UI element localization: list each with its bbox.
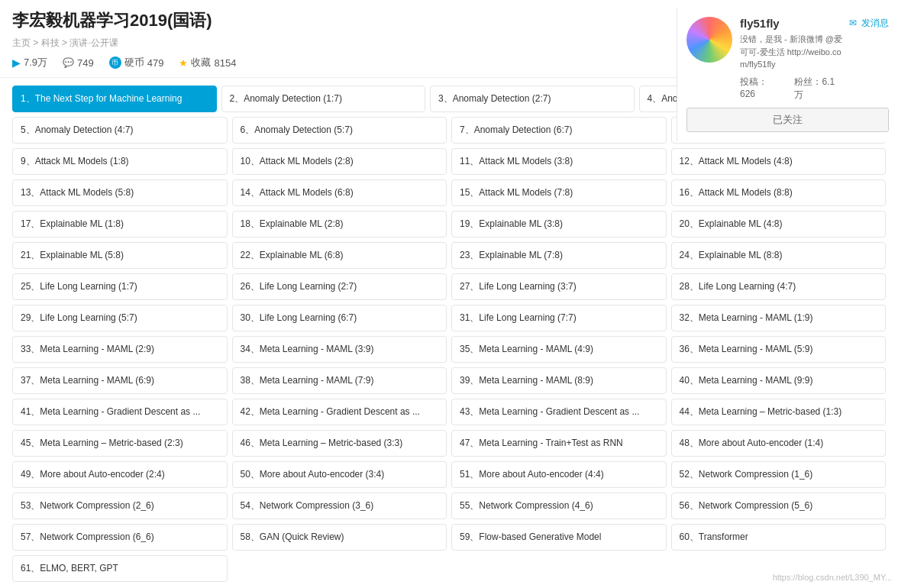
play-icon: ▶	[12, 57, 21, 69]
list-item[interactable]: 35、Meta Learning - MAML (4:9)	[451, 336, 667, 363]
list-item[interactable]: 49、More about Auto-encoder (2:4)	[12, 461, 228, 488]
coins-stat: 币 硬币 479	[109, 56, 164, 69]
list-item[interactable]: 58、GAN (Quick Review)	[232, 524, 447, 551]
list-item[interactable]: 50、More about Auto-encoder (3:4)	[232, 461, 447, 488]
list-item[interactable]: 19、Explainable ML (3:8)	[451, 211, 667, 237]
list-item[interactable]: 55、Network Compression (4_6)	[451, 493, 667, 519]
list-item[interactable]: 21、Explainable ML (5:8)	[12, 242, 228, 269]
profile-description: 没错，是我 - 新浪微博 @爱可可-爱生活 http://weibo.com/f…	[740, 33, 843, 71]
list-item[interactable]: 7、Anomaly Detection (6:7)	[451, 117, 667, 144]
list-item[interactable]: 22、Explainable ML (6:8)	[232, 242, 447, 269]
avatar	[686, 17, 732, 63]
list-item[interactable]: 23、Explainable ML (7:8)	[451, 242, 667, 269]
list-item[interactable]: 56、Network Compression (5_6)	[671, 493, 887, 519]
list-item[interactable]: 16、Attack ML Models (8:8)	[671, 179, 887, 206]
list-item[interactable]: 18、Explainable ML (2:8)	[232, 211, 447, 237]
list-item[interactable]: 36、Meta Learning - MAML (5:9)	[671, 336, 887, 363]
list-item[interactable]: 43、Meta Learning - Gradient Descent as .…	[451, 399, 667, 425]
list-item[interactable]: 42、Meta Learning - Gradient Descent as .…	[232, 399, 447, 425]
send-message-link[interactable]: 发消息	[861, 18, 889, 28]
list-item[interactable]: 32、Meta Learning - MAML (1:9)	[671, 305, 887, 331]
danmaku-icon: 💬	[63, 57, 74, 68]
list-item[interactable]: 24、Explainable ML (8:8)	[671, 242, 887, 269]
list-item[interactable]: 5、Anomaly Detection (4:7)	[12, 117, 228, 144]
list-item[interactable]: 17、Explainable ML (1:8)	[12, 211, 228, 237]
breadcrumb: 主页 > 科技 > 演讲·公开课	[12, 37, 118, 50]
list-item[interactable]: 29、Life Long Learning (5:7)	[12, 305, 228, 331]
list-item[interactable]: 59、Flow-based Generative Model	[451, 524, 667, 551]
list-item[interactable]: 57、Network Compression (6_6)	[12, 524, 228, 551]
list-item[interactable]: 13、Attack ML Models (5:8)	[12, 179, 228, 206]
views-stat: ▶ 7.9万	[12, 56, 47, 69]
list-item[interactable]: 33、Meta Learning - MAML (2:9)	[12, 336, 228, 363]
list-item[interactable]: 31、Life Long Learning (7:7)	[451, 305, 667, 331]
list-item[interactable]: 38、Meta Learning - MAML (7:9)	[232, 367, 447, 394]
list-item[interactable]: 60、Transformer	[671, 524, 887, 551]
list-item[interactable]: 47、Meta Learning - Train+Test as RNN	[451, 430, 667, 457]
list-item[interactable]: 14、Attack ML Models (6:8)	[232, 179, 447, 206]
username[interactable]: fly51fly	[740, 17, 843, 30]
list-item[interactable]: 41、Meta Learning - Gradient Descent as .…	[12, 399, 228, 425]
follow-button[interactable]: 已关注	[686, 108, 889, 132]
list-item[interactable]: 61、ELMO, BERT, GPT	[12, 555, 228, 582]
coin-icon: 币	[109, 57, 121, 69]
list-item[interactable]: 39、Meta Learning - MAML (8:9)	[451, 367, 667, 394]
list-item[interactable]: 30、Life Long Learning (6:7)	[232, 305, 447, 331]
list-item[interactable]: 53、Network Compression (2_6)	[12, 493, 228, 519]
list-item[interactable]: 52、Network Compression (1_6)	[671, 461, 887, 488]
watermark: https://blog.csdn.net/L390_MY...	[773, 573, 892, 582]
list-item[interactable]: 25、Life Long Learning (1:7)	[12, 273, 228, 300]
list-item[interactable]: 6、Anomaly Detection (5:7)	[232, 117, 447, 144]
list-item[interactable]: 40、Meta Learning - MAML (9:9)	[671, 367, 887, 394]
list-item[interactable]: 9、Attack ML Models (1:8)	[12, 148, 228, 175]
star-icon: ★	[179, 57, 188, 69]
list-item[interactable]: 44、Meta Learning – Metric-based (1:3)	[671, 399, 887, 425]
list-item[interactable]: 54、Network Compression (3_6)	[232, 493, 447, 519]
list-item[interactable]: 2、Anomaly Detection (1:7)	[221, 86, 426, 112]
posts-count: 投稿：626	[740, 76, 782, 102]
list-item[interactable]: 46、Meta Learning – Metric-based (3:3)	[232, 430, 447, 457]
list-item[interactable]: 51、More about Auto-encoder (4:4)	[451, 461, 667, 488]
list-item[interactable]: 27、Life Long Learning (3:7)	[451, 273, 667, 300]
list-item[interactable]: 34、Meta Learning - MAML (3:9)	[232, 336, 447, 363]
list-item[interactable]: 37、Meta Learning - MAML (6:9)	[12, 367, 228, 394]
list-item[interactable]: 3、Anomaly Detection (2:7)	[430, 86, 635, 112]
list-item[interactable]: 11、Attack ML Models (3:8)	[451, 148, 667, 175]
list-item[interactable]: 12、Attack ML Models (4:8)	[671, 148, 887, 175]
followers-count: 粉丝：6.1万	[794, 76, 843, 102]
list-item[interactable]: 45、Meta Learning – Metric-based (2:3)	[12, 430, 228, 457]
list-item[interactable]: 48、More about Auto-encoder (1:4)	[671, 430, 887, 457]
list-item[interactable]: 15、Attack ML Models (7:8)	[451, 179, 667, 206]
list-item[interactable]: 28、Life Long Learning (4:7)	[671, 273, 887, 300]
list-item[interactable]: 1、The Next Step for Machine Learning	[12, 86, 217, 112]
list-item[interactable]: 26、Life Long Learning (2:7)	[232, 273, 447, 300]
list-item[interactable]: 20、Explainable ML (4:8)	[671, 211, 887, 237]
list-item[interactable]: 10、Attack ML Models (2:8)	[232, 148, 447, 175]
mail-icon: ✉	[849, 18, 857, 28]
favorites-stat: ★ 收藏 8154	[179, 56, 236, 69]
danmaku-stat: 💬 749	[63, 57, 94, 69]
